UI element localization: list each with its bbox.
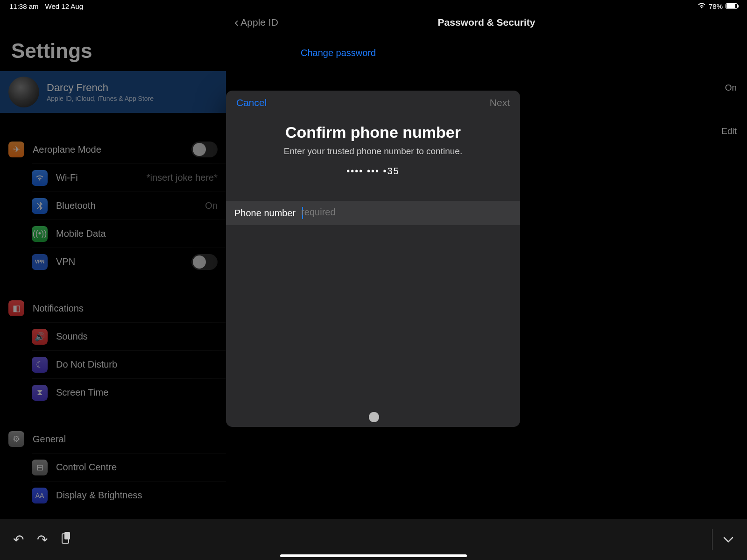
vpn-toggle[interactable] bbox=[191, 254, 218, 270]
battery-icon bbox=[726, 3, 738, 9]
phone-number-label: Phone number bbox=[234, 208, 296, 219]
dismiss-keyboard-button[interactable] bbox=[723, 532, 734, 547]
avatar bbox=[8, 77, 39, 107]
undo-button[interactable]: ↶ bbox=[13, 532, 24, 547]
airplane-icon: ✈ bbox=[8, 142, 24, 157]
sidebar-item-sounds[interactable]: 🔊 Sounds bbox=[32, 322, 226, 350]
settings-sidebar: Settings Darcy French Apple ID, iCloud, … bbox=[0, 0, 226, 560]
sidebar-item-account[interactable]: Darcy French Apple ID, iCloud, iTunes & … bbox=[0, 71, 226, 113]
row-label: Screen Time bbox=[56, 387, 218, 398]
status-time: 11:38 am bbox=[9, 2, 39, 10]
account-subtitle: Apple ID, iCloud, iTunes & App Store bbox=[47, 95, 154, 102]
change-password-link[interactable]: Change password bbox=[226, 33, 747, 58]
row-label: Bluetooth bbox=[56, 200, 205, 211]
row-label: Mobile Data bbox=[56, 228, 218, 239]
cancel-button[interactable]: Cancel bbox=[236, 97, 267, 108]
phone-number-placeholder: required bbox=[301, 207, 335, 217]
wifi-network-name: *insert joke here* bbox=[147, 172, 218, 183]
phone-number-field[interactable]: Phone number required bbox=[226, 201, 520, 225]
home-indicator[interactable] bbox=[280, 554, 467, 557]
back-label: Apple ID bbox=[240, 17, 278, 28]
row-label: Wi-Fi bbox=[56, 172, 147, 183]
clipboard-icon[interactable] bbox=[61, 532, 71, 547]
battery-percent: 78% bbox=[709, 2, 723, 10]
bluetooth-status: On bbox=[205, 200, 218, 211]
sidebar-group-alerts: ◧ Notifications 🔊 Sounds ☾ Do Not Distur… bbox=[0, 294, 226, 406]
two-factor-value: On bbox=[725, 83, 737, 93]
switches-icon: ⊟ bbox=[32, 460, 48, 475]
assistive-touch-pointer[interactable] bbox=[369, 412, 379, 422]
bottom-shelf: ↶ ↷ bbox=[0, 519, 747, 560]
next-button[interactable]: Next bbox=[490, 97, 510, 108]
row-label: Do Not Disturb bbox=[56, 359, 218, 370]
row-label: Sounds bbox=[56, 331, 218, 342]
sidebar-group-general: ⚙ General ⊟ Control Centre AA Display & … bbox=[0, 425, 226, 509]
status-bar: 11:38 am Wed 12 Aug 78% bbox=[0, 0, 747, 12]
modal-title: Confirm phone number bbox=[240, 123, 506, 142]
status-date: Wed 12 Aug bbox=[45, 2, 83, 10]
sidebar-item-wifi[interactable]: Wi-Fi *insert joke here* bbox=[32, 163, 226, 191]
gear-icon: ⚙ bbox=[8, 431, 24, 447]
vpn-icon: VPN bbox=[32, 254, 48, 270]
chevron-left-icon: ‹ bbox=[234, 15, 239, 30]
wifi-icon bbox=[698, 2, 706, 10]
wifi-icon bbox=[32, 170, 48, 186]
edit-link[interactable]: Edit bbox=[721, 126, 737, 136]
row-label: Aeroplane Mode bbox=[33, 144, 191, 155]
row-label: Display & Brightness bbox=[56, 490, 218, 501]
sidebar-item-bluetooth[interactable]: Bluetooth On bbox=[32, 191, 226, 220]
sidebar-item-screentime[interactable]: ⧗ Screen Time bbox=[32, 378, 226, 406]
moon-icon: ☾ bbox=[32, 357, 48, 373]
aeroplane-toggle[interactable] bbox=[191, 142, 218, 157]
bluetooth-icon bbox=[32, 198, 48, 214]
sidebar-item-dnd[interactable]: ☾ Do Not Disturb bbox=[32, 350, 226, 378]
sidebar-item-aeroplane[interactable]: ✈ Aeroplane Mode bbox=[0, 135, 226, 163]
row-label: VPN bbox=[56, 256, 191, 267]
hourglass-icon: ⧗ bbox=[32, 385, 48, 401]
row-label: General bbox=[33, 434, 218, 445]
shelf-divider bbox=[712, 529, 712, 550]
sidebar-item-vpn[interactable]: VPN VPN bbox=[32, 248, 226, 276]
sidebar-item-control-centre[interactable]: ⊟ Control Centre bbox=[32, 453, 226, 481]
redo-button[interactable]: ↷ bbox=[37, 532, 48, 547]
confirm-phone-modal: Cancel Next Confirm phone number Enter y… bbox=[226, 91, 520, 427]
sidebar-item-mobile-data[interactable]: ((•)) Mobile Data bbox=[32, 220, 226, 248]
page-title: Password & Security bbox=[438, 17, 536, 28]
text-size-icon: AA bbox=[32, 488, 48, 503]
sidebar-item-general[interactable]: ⚙ General bbox=[0, 425, 226, 453]
antenna-icon: ((•)) bbox=[32, 226, 48, 242]
svg-rect-1 bbox=[64, 532, 70, 539]
sidebar-group-connectivity: ✈ Aeroplane Mode Wi-Fi *insert joke here… bbox=[0, 135, 226, 276]
account-name: Darcy French bbox=[47, 82, 154, 94]
sidebar-item-display[interactable]: AA Display & Brightness bbox=[32, 481, 226, 509]
modal-subtitle: Enter your trusted phone number to conti… bbox=[240, 146, 506, 156]
masked-phone-number: •••• ••• •35 bbox=[240, 166, 506, 177]
back-button[interactable]: ‹ Apple ID bbox=[234, 15, 278, 30]
sidebar-item-notifications[interactable]: ◧ Notifications bbox=[0, 294, 226, 322]
row-label: Control Centre bbox=[56, 462, 218, 473]
sounds-icon: 🔊 bbox=[32, 329, 48, 345]
notifications-icon: ◧ bbox=[8, 300, 24, 316]
row-label: Notifications bbox=[33, 303, 218, 314]
